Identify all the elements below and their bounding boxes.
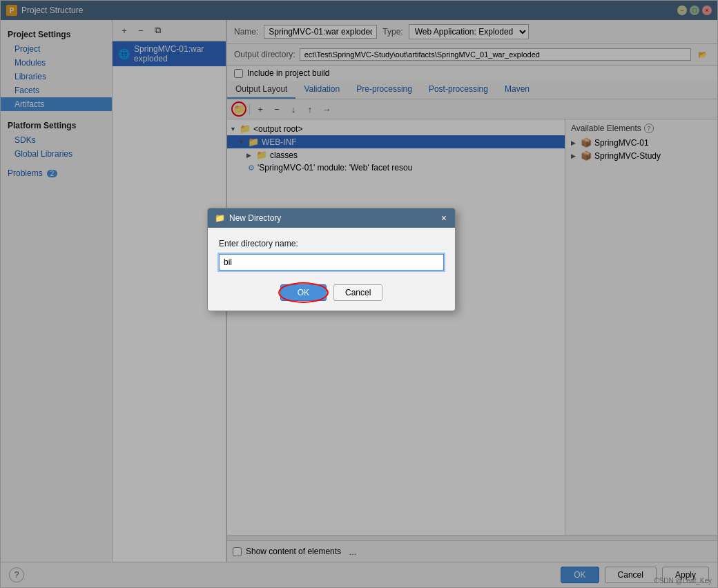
dialog-label: Enter directory name: [219, 239, 444, 248]
directory-name-input[interactable] [219, 254, 444, 271]
dialog-ok-button[interactable]: OK [280, 284, 327, 301]
dialog-cancel-button[interactable]: Cancel [333, 284, 382, 301]
dialog-body: Enter directory name: [208, 228, 455, 279]
dialog-close-button[interactable]: × [440, 213, 448, 224]
new-directory-dialog: 📁 New Directory × Enter directory name: … [207, 208, 456, 311]
dialog-buttons: OK Cancel [208, 279, 455, 311]
main-window: P Project Structure − □ × Project Settin… [0, 0, 718, 588]
dialog-icon: 📁 [215, 213, 225, 223]
dialog-title-bar: 📁 New Directory × [208, 208, 455, 228]
dialog-overlay: 📁 New Directory × Enter directory name: … [1, 1, 717, 587]
dialog-title: New Directory [229, 213, 436, 223]
